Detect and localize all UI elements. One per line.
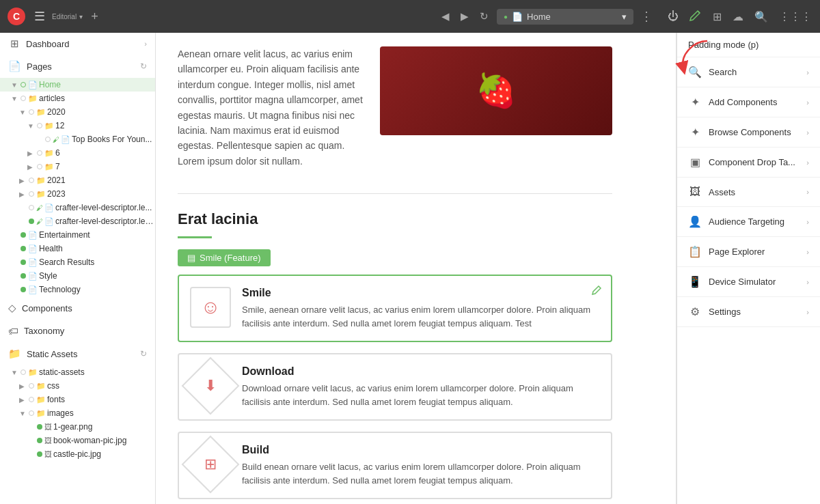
more-options-button[interactable]: ⋮ <box>638 6 655 27</box>
panel-settings[interactable]: ⚙ Settings › <box>677 297 820 327</box>
sidebar-item-dashboard[interactable]: ⊞ Dashboard › <box>0 33 155 55</box>
app-logo[interactable]: C <box>5 5 27 27</box>
add-components-arrow: › <box>806 98 809 107</box>
smile-icon-box: ☺ <box>190 287 231 328</box>
static-label-fonts: fonts <box>47 395 65 404</box>
panel-browse-components[interactable]: ✦ Browse Components › <box>677 117 820 148</box>
label-top-books: Top Books For Youn... <box>72 135 152 144</box>
tree-item-crafter-level[interactable]: 🖌📄crafter-level-descriptor.level... <box>0 214 155 228</box>
static-tree-item-static-assets-root[interactable]: ▼📁static-assets <box>0 365 155 379</box>
sidebar-item-taxonomy[interactable]: 🏷 Taxonomy <box>0 320 155 342</box>
static-icon-book-woman: 🖼 <box>44 436 52 445</box>
url-text: Home <box>527 12 551 22</box>
grid-button[interactable]: ⊞ <box>710 8 724 26</box>
tree-item-top-books[interactable]: 🖌📄Top Books For Youn... <box>0 132 155 146</box>
panel-add-components[interactable]: ✦ Add Components › <box>677 87 820 117</box>
dot-2023 <box>29 191 34 197</box>
label-entertainment: Entertainment <box>39 230 90 240</box>
url-bar[interactable]: ● 📄 Home ▾ <box>497 9 633 25</box>
section-divider <box>178 236 212 238</box>
build-text: Build enean ornare velit lacus, ac variu… <box>242 460 600 487</box>
tree-item-entertainment[interactable]: 📄Entertainment <box>0 228 155 242</box>
cloud-button[interactable]: ☁ <box>730 8 746 26</box>
static-label-css: css <box>47 381 59 391</box>
static-tree-item-images[interactable]: ▼📁images <box>0 406 155 420</box>
forward-button[interactable]: ▶ <box>456 8 473 25</box>
apps-button[interactable]: ⋮⋮⋮ <box>776 8 815 26</box>
static-tree-item-castle-pic[interactable]: 🖼castle-pic.jpg <box>0 447 155 461</box>
search-button[interactable]: 🔍 <box>752 8 771 26</box>
tree-item-search-results[interactable]: 📄Search Results <box>0 255 155 269</box>
sidebar-item-static-assets[interactable]: 📁 Static Assets ↻ <box>0 342 155 365</box>
audience-icon: 👤 <box>688 215 702 228</box>
tree-item-home[interactable]: ▼ 📄 Home <box>0 78 155 92</box>
static-assets-refresh-icon[interactable]: ↻ <box>140 349 147 359</box>
build-icon: ⊞ <box>204 456 217 473</box>
static-label-castle-pic: castle-pic.jpg <box>53 449 101 459</box>
static-assets-tree: ▼📁static-assets▶📁css▶📁fonts▼📁images🖼1-ge… <box>0 365 155 461</box>
panel-device-simulator[interactable]: 📱 Device Simulator › <box>677 267 820 297</box>
icon-top-books: 📄 <box>61 135 70 144</box>
tree-item-2020[interactable]: ▼📁2020 <box>0 105 155 119</box>
brand-dropdown[interactable]: Editorial ▾ <box>52 13 83 20</box>
panel-component-drop[interactable]: ▣ Component Drop Ta... › <box>677 148 820 178</box>
edit-button[interactable] <box>687 6 705 27</box>
toggle-2020: ▼ <box>19 109 29 116</box>
static-icon-1-gear: 🖼 <box>44 423 52 431</box>
back-button[interactable]: ◀ <box>437 8 454 25</box>
panel-assets[interactable]: 🖼 Assets › <box>677 178 820 207</box>
label-technology: Technology <box>39 285 81 294</box>
static-label-static-assets-root: static-assets <box>39 367 85 377</box>
tree-item-2023[interactable]: ▶📁2023 <box>0 187 155 201</box>
panel-audience-targeting[interactable]: 👤 Audience Targeting › <box>677 207 820 237</box>
toggle-7: ▶ <box>27 163 37 171</box>
tree-item-health[interactable]: 📄Health <box>0 242 155 255</box>
sidebar-item-pages[interactable]: 📄 Pages ↻ <box>0 55 155 78</box>
tree-item-technology[interactable]: 📄Technology <box>0 283 155 296</box>
tree-item-crafter-descriptor[interactable]: 🖌📄crafter-level-descriptor.le... <box>0 201 155 214</box>
tree-item-12[interactable]: ▼📁12 <box>0 119 155 132</box>
sidebar-item-components[interactable]: ◇ Components <box>0 296 155 320</box>
tree-item-6[interactable]: ▶📁6 <box>0 146 155 160</box>
icon-search-results: 📄 <box>28 258 38 267</box>
refresh-button[interactable]: ↻ <box>476 8 493 25</box>
tree-item-7[interactable]: ▶📁7 <box>0 160 155 173</box>
component-drop-arrow: › <box>806 158 809 167</box>
static-icon-fonts: 📁 <box>36 395 46 404</box>
dot-health <box>20 246 26 251</box>
icon-style: 📄 <box>28 272 38 281</box>
add-components-label: Add Components <box>709 97 800 107</box>
settings-arrow: › <box>806 308 809 316</box>
tree-item-2021[interactable]: ▶📁2021 <box>0 173 155 187</box>
static-tree-item-1-gear[interactable]: 🖼1-gear.png <box>0 420 155 434</box>
icon-articles: 📁 <box>28 94 38 103</box>
static-icon-images: 📁 <box>36 409 46 418</box>
tree-item-style[interactable]: 📄Style <box>0 269 155 283</box>
icon-technology: 📄 <box>28 285 38 294</box>
brand-chevron: ▾ <box>79 13 83 20</box>
icon-6: 📁 <box>44 149 54 158</box>
tree-item-articles[interactable]: ▼📁articles <box>0 92 155 105</box>
static-tree-item-css[interactable]: ▶📁css <box>0 379 155 393</box>
sidebar-tree: ▼📁articles▼📁2020▼📁12🖌📄Top Books For Youn… <box>0 92 155 296</box>
power-button[interactable]: ⏻ <box>665 8 681 25</box>
dot-technology <box>20 287 26 292</box>
dot-crafter-descriptor <box>29 205 34 210</box>
pages-refresh-icon[interactable]: ↻ <box>140 61 147 71</box>
static-tree-item-book-woman[interactable]: 🖼book-woman-pic.jpg <box>0 434 155 447</box>
component-drop-icon: ▣ <box>688 156 702 169</box>
panel-search[interactable]: 🔍 Search › <box>677 57 820 87</box>
menu-button[interactable]: ☰ <box>31 6 48 27</box>
static-tree-item-fonts[interactable]: ▶📁fonts <box>0 393 155 406</box>
page-explorer-icon: 📋 <box>688 245 702 258</box>
dashboard-arrow: › <box>144 40 147 48</box>
page-explorer-label: Page Explorer <box>709 247 800 257</box>
panel-padding-mode: Padding mode (p) <box>677 33 820 57</box>
panel-page-explorer[interactable]: 📋 Page Explorer › <box>677 237 820 267</box>
add-button[interactable]: + <box>87 8 102 25</box>
smile-edit-icon[interactable] <box>592 284 603 297</box>
download-card-body: Download Download ornare velit lacus, ac… <box>242 365 600 408</box>
brand-label: Editorial <box>52 13 77 20</box>
home-label: Home <box>39 80 61 89</box>
label-crafter-descriptor: crafter-level-descriptor.le... <box>55 203 152 212</box>
